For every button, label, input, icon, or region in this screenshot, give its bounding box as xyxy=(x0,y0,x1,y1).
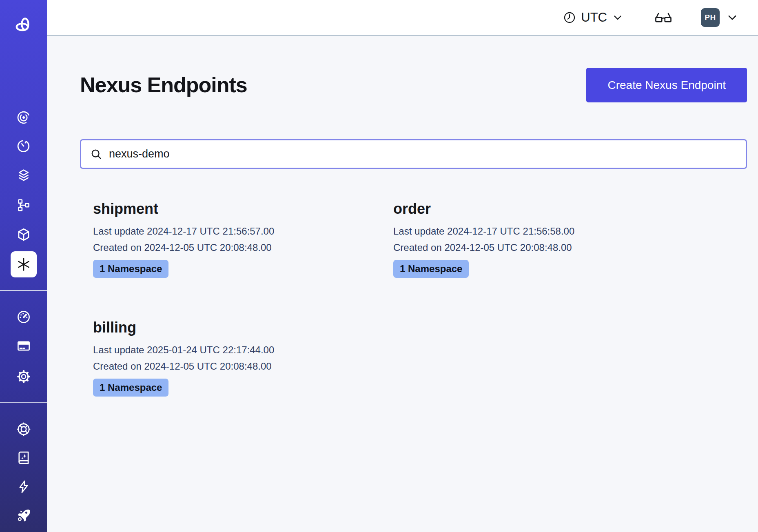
sidebar-divider xyxy=(0,290,47,291)
sidebar-item-cube[interactable] xyxy=(14,225,33,244)
endpoint-created-on: Created on 2024-12-05 UTC 20:08:48.00 xyxy=(393,239,747,256)
book-sparkle-icon xyxy=(16,450,31,466)
sidebar-item-life-ring[interactable] xyxy=(14,419,33,439)
workflow-graph-icon xyxy=(16,197,31,213)
endpoint-last-update: Last update 2025-01-24 UTC 22:17:44.00 xyxy=(93,342,380,358)
endpoint-last-update: Last update 2024-12-17 UTC 21:56:58.00 xyxy=(393,223,747,239)
endpoint-last-update: Last update 2024-12-17 UTC 21:56:57.00 xyxy=(93,223,380,239)
create-nexus-endpoint-button[interactable]: Create Nexus Endpoint xyxy=(586,68,747,102)
top-header: UTC PH xyxy=(47,0,758,36)
endpoint-name: shipment xyxy=(93,200,380,217)
timezone-selector[interactable]: UTC xyxy=(563,10,623,25)
sidebar-item-clock-timer[interactable] xyxy=(14,136,33,156)
read-only-glasses-button[interactable] xyxy=(654,11,672,24)
glasses-icon xyxy=(654,11,672,24)
sidebar-item-lightning[interactable] xyxy=(14,477,33,497)
avatar[interactable]: PH xyxy=(701,8,720,27)
sidebar-item-credit-card[interactable] xyxy=(14,336,33,356)
endpoint-name: order xyxy=(393,200,747,217)
account-menu-button[interactable] xyxy=(726,11,738,24)
endpoint-name: billing xyxy=(93,319,380,336)
endpoint-created-on: Created on 2024-12-05 UTC 20:08:48.00 xyxy=(93,239,380,256)
gear-icon xyxy=(16,369,31,384)
endpoint-created-on: Created on 2024-12-05 UTC 20:08:48.00 xyxy=(93,358,380,375)
namespace-badge: 1 Namespace xyxy=(393,260,469,278)
endpoint-card-order[interactable]: order Last update 2024-12-17 UTC 21:56:5… xyxy=(380,200,747,278)
search-input[interactable] xyxy=(108,147,737,161)
sidebar-item-nexus[interactable] xyxy=(11,251,37,277)
search-icon xyxy=(90,148,102,160)
namespace-badge: 1 Namespace xyxy=(93,260,168,278)
chevron-down-icon xyxy=(612,12,623,23)
sidebar-logo[interactable] xyxy=(14,16,33,36)
gauge-icon xyxy=(16,309,31,325)
endpoint-card-billing[interactable]: billing Last update 2025-01-24 UTC 22:17… xyxy=(80,319,380,397)
concentric-arcs-icon xyxy=(16,110,31,125)
sidebar-item-book-sparkle[interactable] xyxy=(14,448,33,468)
endpoint-list: shipment Last update 2024-12-17 UTC 21:5… xyxy=(80,200,747,397)
sidebar-item-concentric-arcs[interactable] xyxy=(14,108,33,127)
endpoint-card-shipment[interactable]: shipment Last update 2024-12-17 UTC 21:5… xyxy=(80,200,380,278)
sidebar-item-rocket[interactable] xyxy=(14,505,33,525)
sidebar-item-workflow-graph[interactable] xyxy=(14,195,33,215)
asterisk-nexus-icon xyxy=(16,256,32,273)
sidebar-divider xyxy=(0,402,47,403)
life-ring-icon xyxy=(16,421,31,437)
credit-card-icon xyxy=(16,338,31,354)
sidebar-item-gear[interactable] xyxy=(14,367,33,386)
main-area: UTC PH Nexus Endpoints Create Nexus En xyxy=(47,0,758,532)
clock-icon xyxy=(563,11,576,24)
search-bar xyxy=(80,139,747,169)
chevron-down-icon xyxy=(726,11,738,24)
page-title: Nexus Endpoints xyxy=(80,73,247,98)
lightning-bolt-icon xyxy=(16,479,31,494)
sidebar-item-layers[interactable] xyxy=(14,166,33,185)
temporal-logo-icon xyxy=(14,17,33,35)
sidebar xyxy=(0,0,47,532)
page-content: Nexus Endpoints Create Nexus Endpoint sh… xyxy=(47,36,758,532)
clock-timer-icon xyxy=(16,138,31,154)
sidebar-item-gauge[interactable] xyxy=(14,307,33,327)
layers-icon xyxy=(16,168,31,183)
timezone-label: UTC xyxy=(581,10,607,25)
cube-icon xyxy=(16,227,31,242)
rocket-icon xyxy=(16,508,31,523)
namespace-badge: 1 Namespace xyxy=(93,379,168,397)
